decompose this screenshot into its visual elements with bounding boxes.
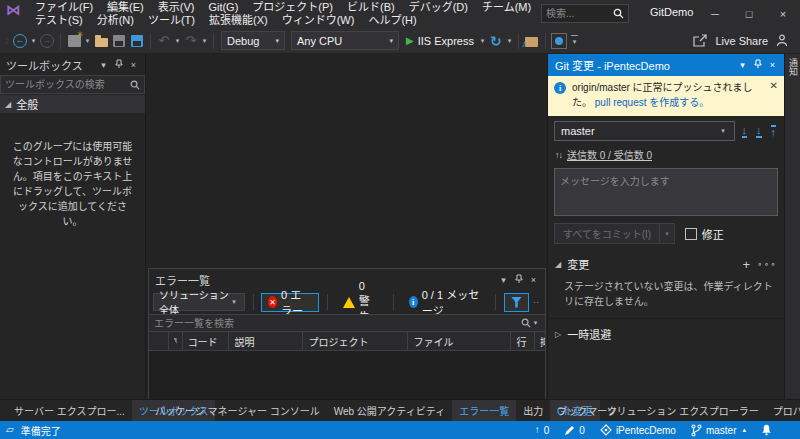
quick-launch-search[interactable] <box>541 4 629 23</box>
outgoing-incoming-link[interactable]: 送信数 0 / 受信数 0 <box>567 147 652 162</box>
column-header-code[interactable]: コード <box>183 332 230 350</box>
stage-all-icon[interactable]: + <box>743 258 751 271</box>
window-position-menu-icon[interactable]: ▾ <box>735 60 750 70</box>
menu-git[interactable]: Git(G) <box>201 1 245 14</box>
sort-column-header[interactable] <box>169 332 183 350</box>
close-icon[interactable]: × <box>765 60 780 70</box>
toolbar-grip[interactable]: ⁞⁞ <box>5 36 8 46</box>
background-tasks-icon[interactable]: ▱ <box>6 425 14 435</box>
live-share-button[interactable]: Live Share <box>715 35 768 47</box>
toolbar-overflow-button[interactable]: ·· <box>533 297 541 307</box>
menu-team[interactable]: チーム(M) <box>475 1 538 14</box>
pin-icon[interactable] <box>511 274 526 286</box>
refresh-button[interactable]: ↻ <box>487 31 505 51</box>
undo-dropdown[interactable]: ▾ <box>173 37 182 45</box>
menu-help[interactable]: ヘルプ(H) <box>361 14 423 27</box>
menu-analyze[interactable]: 分析(N) <box>90 14 141 27</box>
menu-file[interactable]: ファイル(F) <box>28 1 100 14</box>
severity-column-header[interactable] <box>149 332 169 350</box>
column-header-line[interactable]: 行 <box>511 332 535 350</box>
menu-project[interactable]: プロジェクト(P) <box>245 1 340 14</box>
column-header-description[interactable]: 説明 <box>229 332 303 350</box>
error-list-search-input[interactable] <box>154 318 521 329</box>
tab-error-list[interactable]: エラー一覧 <box>452 400 516 421</box>
navigate-back-dropdown[interactable]: ▾ <box>29 37 38 45</box>
pull-button[interactable]: ↓ <box>756 125 762 138</box>
notifications-bell-button[interactable] <box>761 424 772 436</box>
menu-window[interactable]: ウィンドウ(W) <box>275 14 362 27</box>
window-position-menu-icon[interactable]: ▾ <box>96 60 111 70</box>
menu-view[interactable]: 表示(V) <box>151 1 202 14</box>
toolbar-options-button[interactable] <box>550 31 568 51</box>
open-file-button[interactable] <box>92 31 110 51</box>
redo-dropdown[interactable]: ▾ <box>200 37 209 45</box>
close-icon[interactable]: ✕ <box>770 80 778 91</box>
branch-dropdown[interactable]: master ▾ <box>554 121 735 141</box>
start-debugging-dropdown[interactable]: ▾ <box>478 37 487 45</box>
menu-extensions[interactable]: 拡張機能(X) <box>202 14 275 27</box>
toolbox-title-bar[interactable]: ツールボックス ▾ × <box>0 54 145 75</box>
pin-icon[interactable] <box>111 59 126 71</box>
redo-button[interactable]: ↷ <box>182 31 200 51</box>
tab-properties[interactable]: プロパティ <box>766 400 800 421</box>
web-publish-button[interactable] <box>523 31 541 51</box>
feedback-person-icon[interactable] <box>776 34 788 47</box>
commit-all-button[interactable]: すべてをコミット(I) ▾ <box>554 223 675 244</box>
chevron-down-icon[interactable]: ▾ <box>531 319 540 327</box>
toolbox-search[interactable] <box>0 75 145 94</box>
stash-section-header[interactable]: ▷ 一時退避 <box>548 318 784 347</box>
amend-checkbox[interactable]: 修正 <box>685 226 724 242</box>
menu-test[interactable]: テスト(S) <box>28 14 90 27</box>
solution-platform-dropdown[interactable]: Any CPU ▾ <box>291 31 399 50</box>
current-branch-button[interactable]: master ▴ <box>691 424 746 437</box>
new-project-dropdown[interactable]: ▾ <box>83 37 92 45</box>
toolbar-overflow-button[interactable]: ▾ <box>570 35 579 46</box>
pin-icon[interactable] <box>750 59 765 71</box>
warnings-toggle[interactable]: 0 警告 <box>336 293 385 312</box>
tab-bookmarks[interactable]: ブックマーク <box>550 400 624 421</box>
maximize-button[interactable]: □ <box>732 0 766 28</box>
tab-web-publish-activity[interactable]: Web 公開アクティビティ <box>327 400 452 421</box>
toolbox-search-input[interactable] <box>5 79 130 90</box>
more-options-icon[interactable]: ∘∘∘ <box>757 259 777 269</box>
create-pull-request-link[interactable]: pull request を作成する。 <box>595 97 709 108</box>
minimize-button[interactable]: ─ <box>698 0 732 28</box>
tab-solution-explorer[interactable]: ソリューション エクスプローラー <box>600 400 766 421</box>
start-debugging-button[interactable]: ▶ IIS Express <box>406 35 474 47</box>
close-icon[interactable]: × <box>126 60 141 70</box>
window-position-menu-icon[interactable]: ▾ <box>496 275 511 285</box>
error-scope-dropdown[interactable]: ソリューション全体 ▾ <box>153 293 245 311</box>
notifications-vertical-tab[interactable]: 通知 <box>785 54 800 80</box>
chevron-down-icon[interactable]: ▾ <box>660 230 674 238</box>
errors-toggle[interactable]: ✕ 0 エラー <box>261 293 319 312</box>
commit-message-box[interactable] <box>554 168 778 216</box>
push-button[interactable]: ↑ <box>771 125 777 138</box>
new-project-button[interactable] <box>65 31 83 51</box>
refresh-dropdown[interactable]: ▾ <box>505 37 514 45</box>
undo-button[interactable]: ↶ <box>155 31 173 51</box>
navigate-back-button[interactable]: ← <box>11 31 29 51</box>
close-button[interactable]: × <box>766 0 800 28</box>
filter-toggle[interactable] <box>504 293 529 312</box>
save-all-button[interactable] <box>128 31 146 51</box>
solution-configuration-dropdown[interactable]: Debug ▾ <box>221 31 285 50</box>
pending-edits-button[interactable]: 0 <box>564 425 585 436</box>
quick-launch-search-input[interactable] <box>546 8 613 19</box>
menu-build[interactable]: ビルド(B) <box>340 1 402 14</box>
repository-button[interactable]: iPentecDemo <box>600 424 676 436</box>
navigate-forward-button[interactable]: → <box>38 31 56 51</box>
tab-output[interactable]: 出力 <box>516 400 550 421</box>
tab-package-manager-console[interactable]: パッケージ マネージャー コンソール <box>148 400 327 421</box>
column-header-file[interactable]: ファイル <box>408 332 511 350</box>
error-list-search[interactable]: ▾ <box>149 314 545 332</box>
column-header-suppression[interactable]: 抑制状態 <box>535 332 545 350</box>
fetch-button[interactable]: ↓ <box>742 125 748 138</box>
column-header-project[interactable]: プロジェクト <box>303 332 408 350</box>
tab-server-explorer[interactable]: サーバー エクスプロー... <box>7 400 132 421</box>
close-icon[interactable]: × <box>526 275 541 285</box>
menu-debug[interactable]: デバッグ(D) <box>402 1 475 14</box>
save-button[interactable] <box>110 31 128 51</box>
toolbox-section-general[interactable]: ◢ 全般 <box>0 95 145 113</box>
commit-message-input[interactable] <box>555 169 777 215</box>
menu-edit[interactable]: 編集(E) <box>100 1 151 14</box>
